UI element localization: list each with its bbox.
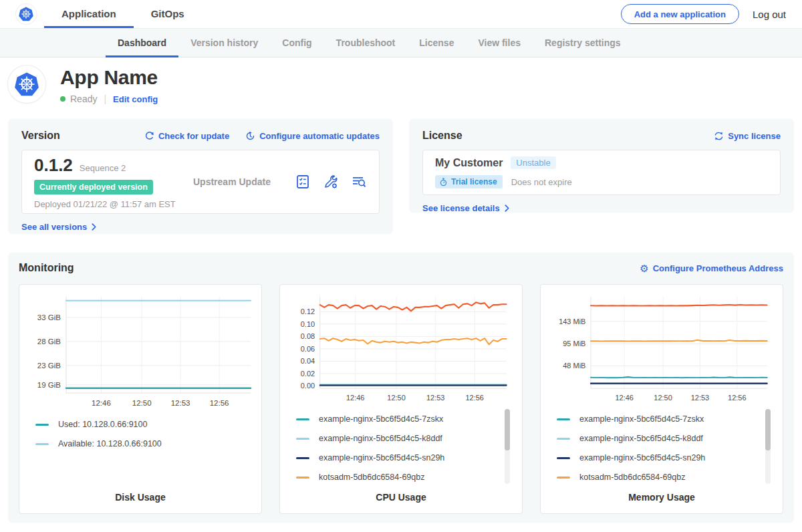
memory-usage-chart-card: 48 MiB95 MiB143 MiB12:4612:5012:5312:56 … xyxy=(540,284,783,514)
svg-text:23 GiB: 23 GiB xyxy=(37,362,61,370)
memory-usage-chart: 48 MiB95 MiB143 MiB12:4612:5012:5312:56 xyxy=(546,291,779,405)
legend-series-dash xyxy=(296,457,309,459)
svg-text:12:56: 12:56 xyxy=(465,394,483,402)
svg-text:0.08: 0.08 xyxy=(301,332,315,340)
scrollbar-thumb[interactable] xyxy=(765,409,771,450)
svg-text:12:53: 12:53 xyxy=(691,394,709,402)
nav-tab-application[interactable]: Application xyxy=(44,0,134,28)
view-logs-icon[interactable] xyxy=(351,174,367,190)
legend-series-label: example-nginx-5bc6f5d4c5-k8ddf xyxy=(319,434,442,443)
svg-text:0.10: 0.10 xyxy=(301,320,315,328)
refresh-icon xyxy=(144,131,154,141)
svg-text:33 GiB: 33 GiB xyxy=(37,313,61,321)
see-license-details-link[interactable]: See license details xyxy=(422,203,781,213)
sync-license-link[interactable]: Sync license xyxy=(714,131,781,141)
svg-text:12:53: 12:53 xyxy=(426,394,444,402)
chevron-right-icon xyxy=(92,223,96,231)
legend-item: example-nginx-5bc6f5d4c5-7zskx xyxy=(296,414,498,424)
svg-text:0.04: 0.04 xyxy=(301,357,315,365)
stopwatch-icon xyxy=(439,178,448,186)
legend-item: Used: 10.128.0.66:9100 xyxy=(35,420,237,429)
sequence-label: Sequence 2 xyxy=(80,163,126,173)
legend-series-dash xyxy=(296,418,309,420)
legend-item: example-nginx-5bc6f5d4c5-k8ddf xyxy=(296,434,498,443)
subnav-tab-troubleshoot[interactable]: Troubleshoot xyxy=(324,29,408,57)
legend-item: kotsadm-5db6dc6584-69qbz xyxy=(296,473,498,482)
version-card: Version Check for update Configure au xyxy=(8,119,393,234)
edit-config-link[interactable]: Edit config xyxy=(113,94,158,104)
top-nav: Application GitOps Add a new application… xyxy=(0,0,802,28)
current-version-panel: 0.1.2 Sequence 2 Currently deployed vers… xyxy=(21,150,380,214)
kubernetes-logo-icon xyxy=(16,4,36,24)
logout-link[interactable]: Log out xyxy=(753,9,786,20)
legend-series-dash xyxy=(35,424,49,426)
configure-automatic-updates-link[interactable]: Configure automatic updates xyxy=(245,131,380,141)
cpu-usage-chart: 0.000.020.040.060.080.100.1212:4612:5012… xyxy=(285,291,518,405)
trial-license-badge: Trial license xyxy=(435,175,503,188)
subnav-tab-dashboard[interactable]: Dashboard xyxy=(106,29,178,57)
svg-text:28 GiB: 28 GiB xyxy=(37,338,61,346)
svg-text:0.00: 0.00 xyxy=(301,382,315,390)
legend-item: example-nginx-5bc6f5d4c5-sn29h xyxy=(557,453,759,462)
status-label: Ready xyxy=(70,94,97,104)
disk-usage-chart-card: 19 GiB23 GiB28 GiB33 GiB12:4612:5012:531… xyxy=(19,284,262,514)
version-card-title: Version xyxy=(21,130,60,142)
svg-text:12:50: 12:50 xyxy=(387,394,405,402)
config-wrench-icon[interactable] xyxy=(323,174,339,190)
legend-series-dash xyxy=(557,457,570,459)
legend-series-label: Used: 10.128.0.66:9100 xyxy=(58,420,147,429)
chart-title: CPU Usage xyxy=(285,492,517,505)
add-application-button[interactable]: Add a new application xyxy=(621,4,739,24)
legend-scrollbar[interactable] xyxy=(765,409,771,484)
legend-series-label: example-nginx-5bc6f5d4c5-7zskx xyxy=(579,414,704,424)
svg-text:0.06: 0.06 xyxy=(301,345,315,353)
legend-item: example-nginx-5bc6f5d4c5-sn29h xyxy=(296,453,498,462)
see-all-versions-link[interactable]: See all versions xyxy=(21,222,380,232)
divider: | xyxy=(104,94,106,104)
legend-series-label: example-nginx-5bc6f5d4c5-k8ddf xyxy=(579,434,703,443)
currently-deployed-badge: Currently deployed version xyxy=(34,180,153,194)
license-card-title: License xyxy=(422,130,462,142)
legend-series-dash xyxy=(35,443,49,445)
svg-text:19 GiB: 19 GiB xyxy=(37,381,61,389)
subnav-tab-view-files[interactable]: View files xyxy=(466,29,533,57)
disk-usage-chart: 19 GiB23 GiB28 GiB33 GiB12:4612:5012:531… xyxy=(25,291,257,410)
svg-text:12:50: 12:50 xyxy=(654,394,672,402)
legend-item: Available: 10.128.0.66:9100 xyxy=(35,439,237,448)
upstream-update-label: Upstream Update xyxy=(193,176,271,187)
check-for-update-link[interactable]: Check for update xyxy=(144,131,229,141)
svg-text:12:56: 12:56 xyxy=(728,394,746,402)
subnav-tab-version-history[interactable]: Version history xyxy=(178,29,270,57)
legend-series-label: kotsadm-5db6dc6584-69qbz xyxy=(579,473,685,482)
scrollbar-thumb[interactable] xyxy=(505,409,510,450)
app-subnav: Dashboard Version history Config Trouble… xyxy=(0,28,802,57)
chevron-right-icon xyxy=(505,205,509,212)
legend-item: example-nginx-5bc6f5d4c5-k8ddf xyxy=(557,434,759,443)
svg-text:12:46: 12:46 xyxy=(615,394,633,402)
svg-text:0.12: 0.12 xyxy=(301,307,315,315)
legend-series-label: example-nginx-5bc6f5d4c5-sn29h xyxy=(319,453,444,462)
subnav-tab-license[interactable]: License xyxy=(407,29,466,57)
top-tabs: Application GitOps xyxy=(44,0,202,28)
status-ready-dot xyxy=(60,96,65,102)
app-logo-icon xyxy=(8,65,45,103)
license-card: License Sync license My Customer Unstabl… xyxy=(409,119,794,213)
version-number: 0.1.2 xyxy=(34,155,73,176)
page-title: App Name xyxy=(60,66,158,89)
legend-scrollbar[interactable] xyxy=(505,409,510,484)
channel-badge: Unstable xyxy=(511,156,555,169)
configure-prometheus-link[interactable]: ⚙ Configure Prometheus Address xyxy=(640,263,783,273)
svg-text:12:50: 12:50 xyxy=(132,399,152,407)
top-right-actions: Add a new application Log out xyxy=(621,4,802,24)
svg-text:12:56: 12:56 xyxy=(210,399,229,407)
svg-text:12:53: 12:53 xyxy=(171,399,190,407)
deployed-timestamp: Deployed 01/21/22 @ 11:57 am EST xyxy=(34,199,186,209)
nav-tab-gitops[interactable]: GitOps xyxy=(134,0,202,28)
app-header: App Name Ready | Edit config xyxy=(0,57,802,114)
preflight-checks-icon[interactable] xyxy=(295,174,311,190)
subnav-tab-config[interactable]: Config xyxy=(270,29,323,57)
svg-text:48 MiB: 48 MiB xyxy=(563,362,585,370)
legend-series-label: kotsadm-5db6dc6584-69qbz xyxy=(319,473,424,482)
subnav-tab-registry-settings[interactable]: Registry settings xyxy=(533,29,633,57)
legend-series-dash xyxy=(557,438,570,440)
